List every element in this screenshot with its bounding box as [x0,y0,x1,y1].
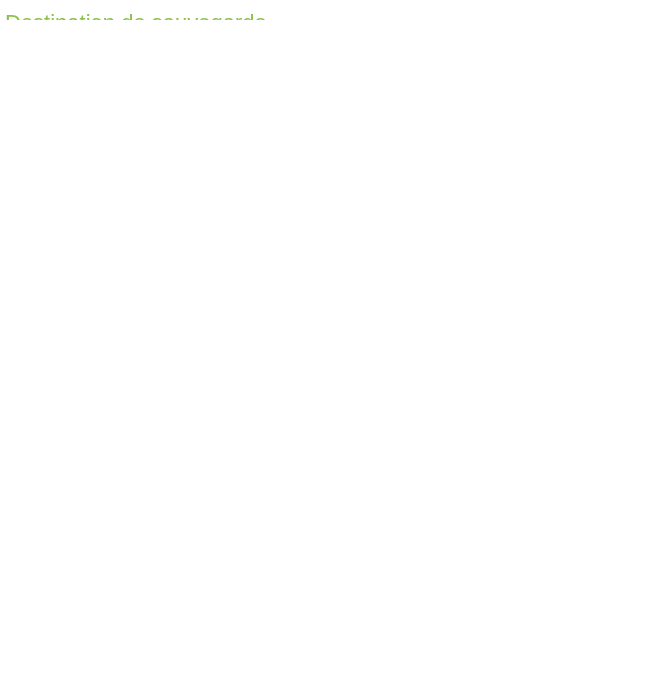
destination-title: Destination de sauvegarde [5,10,649,20]
